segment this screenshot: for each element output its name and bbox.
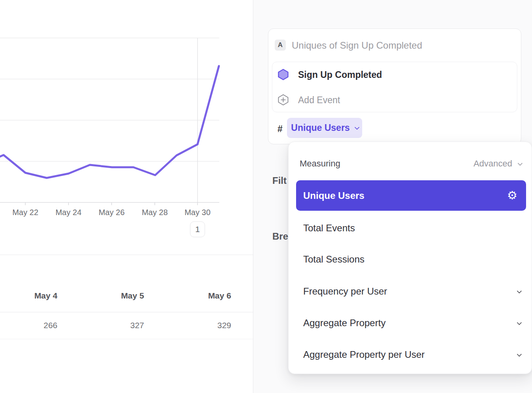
chevron-down-icon xyxy=(517,288,522,293)
x-axis-label: May 24 xyxy=(51,207,86,217)
event-hexagon-icon xyxy=(277,68,289,81)
gear-icon[interactable]: ⚙ xyxy=(507,190,517,201)
event-name[interactable]: Sign Up Completed xyxy=(298,70,382,80)
menu-item-total-events[interactable]: Total Events xyxy=(303,222,521,234)
advanced-mode-toggle[interactable]: Advanced xyxy=(473,159,521,169)
table-value-may5: 327 xyxy=(97,319,144,331)
chart-panel: May 22May 24May 26May 28May 30 1 May 4 M… xyxy=(0,0,253,393)
x-axis-label: May 28 xyxy=(137,207,173,217)
menu-item-label: Aggregate Property xyxy=(303,317,386,329)
x-axis-label: May 22 xyxy=(8,207,43,217)
series-title: Uniques of Sign Up Completed xyxy=(292,40,422,51)
metric-selected-label: Unique Users xyxy=(291,123,350,133)
table-header-border xyxy=(0,312,253,312)
metric-selector-chip[interactable]: Unique Users xyxy=(287,118,362,138)
table-value-may4: 266 xyxy=(10,319,57,331)
measuring-dropdown: Measuring Advanced Unique Users ⚙ Total … xyxy=(288,142,532,374)
menu-item-total-sessions[interactable]: Total Sessions xyxy=(303,253,521,265)
menu-item-label: Frequency per User xyxy=(303,286,387,297)
chevron-down-icon xyxy=(517,320,522,325)
measuring-label: Measuring xyxy=(300,159,340,169)
breakdown-section-label: Bre xyxy=(272,231,288,242)
table-row-border xyxy=(0,339,253,339)
menu-item-aggregate-property[interactable]: Aggregate Property xyxy=(303,317,521,329)
menu-item-label: Unique Users xyxy=(303,190,365,201)
menu-item-label: Total Events xyxy=(303,223,355,234)
metric-prefix: # xyxy=(277,124,283,134)
table-header-may4[interactable]: May 4 xyxy=(10,290,57,302)
table-top-border xyxy=(0,255,253,255)
filter-section-label: Filt xyxy=(272,175,287,186)
chevron-down-icon xyxy=(354,125,359,130)
advanced-label: Advanced xyxy=(473,159,512,169)
x-axis-label: May 26 xyxy=(94,207,129,217)
menu-item-aggregate-property-per-user[interactable]: Aggregate Property per User xyxy=(303,349,521,361)
table-value-may6: 329 xyxy=(184,319,231,331)
measuring-dropdown-header: Measuring Advanced xyxy=(300,158,521,170)
line-chart[interactable] xyxy=(0,38,220,208)
segment-marker-badge[interactable]: 1 xyxy=(190,221,205,237)
table-header-may6[interactable]: May 6 xyxy=(184,290,231,302)
chevron-down-icon xyxy=(518,161,523,166)
menu-item-frequency-per-user[interactable]: Frequency per User xyxy=(303,285,521,297)
menu-item-label: Total Sessions xyxy=(303,254,365,265)
series-letter-badge: A xyxy=(275,40,286,51)
table-header-may5[interactable]: May 5 xyxy=(97,290,144,302)
x-axis-label: May 30 xyxy=(180,207,215,217)
add-event-button[interactable]: Add Event xyxy=(298,95,340,106)
add-event-icon[interactable] xyxy=(277,94,289,106)
menu-item-label: Aggregate Property per User xyxy=(303,349,425,360)
chevron-down-icon xyxy=(517,351,522,357)
menu-item-unique-users[interactable]: Unique Users ⚙ xyxy=(296,180,526,211)
query-builder-rail: A Uniques of Sign Up Completed Sign Up C… xyxy=(253,0,532,393)
